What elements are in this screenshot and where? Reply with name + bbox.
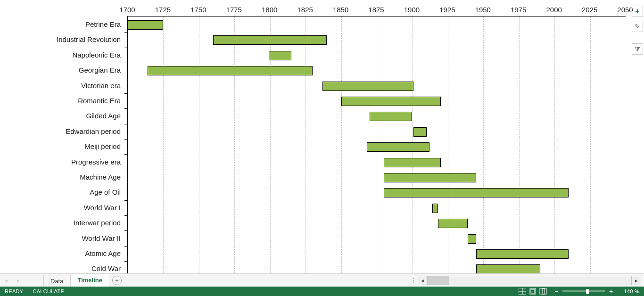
view-normal-button[interactable] bbox=[517, 287, 528, 296]
y-tick bbox=[124, 154, 127, 155]
y-tick bbox=[124, 63, 127, 63]
bar[interactable] bbox=[384, 188, 569, 197]
bar[interactable] bbox=[438, 219, 468, 228]
x-tick: 1950 bbox=[475, 6, 491, 14]
view-page-layout-button[interactable] bbox=[528, 287, 538, 296]
plot-area[interactable] bbox=[127, 16, 626, 274]
bar[interactable] bbox=[148, 66, 313, 75]
x-tick: 1825 bbox=[297, 6, 313, 14]
y-tick bbox=[124, 185, 127, 185]
add-sheet-button[interactable]: + bbox=[109, 274, 124, 287]
bar[interactable] bbox=[128, 20, 163, 30]
bar[interactable] bbox=[413, 127, 426, 137]
category-label: Gilded Age bbox=[3, 112, 121, 120]
x-tick: 2000 bbox=[546, 6, 561, 14]
zoom-thumb[interactable] bbox=[586, 289, 589, 294]
x-tick: 1700 bbox=[119, 6, 135, 14]
scroll-track[interactable] bbox=[427, 276, 632, 285]
status-calculate[interactable]: CALCULATE bbox=[28, 288, 69, 294]
category-label: Edwardian period bbox=[3, 127, 121, 135]
sheet-tab-data[interactable]: Data bbox=[43, 275, 70, 288]
gridline bbox=[554, 16, 555, 274]
gridline bbox=[519, 16, 520, 274]
bar[interactable] bbox=[468, 234, 476, 244]
horizontal-scrollbar[interactable]: ⋮ ◄ ► bbox=[410, 274, 644, 287]
category-label: Romantic Era bbox=[3, 97, 121, 105]
category-label: World War I bbox=[3, 204, 121, 212]
y-tick bbox=[124, 93, 127, 94]
zoom-control[interactable]: − + bbox=[548, 288, 619, 295]
grid-icon bbox=[519, 288, 526, 295]
filter-icon: ⧩ bbox=[635, 45, 640, 53]
svg-rect-4 bbox=[531, 289, 535, 293]
gridline bbox=[590, 16, 591, 274]
category-label: Petrine Era bbox=[3, 20, 121, 28]
x-tick: 1800 bbox=[262, 6, 277, 14]
sheet-tab-row: ◄ ► DataTimeline + ⋮ ◄ ► bbox=[0, 273, 644, 287]
x-tick: 2050 bbox=[617, 6, 633, 14]
bar[interactable] bbox=[213, 35, 327, 45]
zoom-label[interactable]: 140 % bbox=[619, 288, 644, 294]
view-page-break-button[interactable] bbox=[538, 287, 548, 296]
y-tick bbox=[124, 32, 127, 33]
category-label: Napoleonic Era bbox=[3, 51, 121, 59]
sheet-tab-timeline[interactable]: Timeline bbox=[70, 274, 109, 288]
zoom-out-button[interactable]: − bbox=[553, 288, 560, 295]
x-tick: 1850 bbox=[333, 6, 348, 14]
status-bar: READY CALCULATE − + 140 % bbox=[0, 287, 644, 296]
gridline bbox=[305, 16, 306, 274]
zoom-in-button[interactable]: + bbox=[608, 288, 614, 295]
y-tick bbox=[124, 108, 127, 109]
bar[interactable] bbox=[322, 82, 413, 91]
bar[interactable] bbox=[341, 97, 441, 106]
svg-rect-5 bbox=[540, 288, 545, 294]
bar[interactable] bbox=[384, 173, 476, 182]
category-label: Meiji period bbox=[3, 142, 121, 150]
y-axis-labels: Petrine EraIndustrial RevolutionNapoleon… bbox=[0, 16, 127, 273]
bar[interactable] bbox=[367, 142, 429, 152]
chart-filter-button[interactable]: ⧩ bbox=[632, 43, 643, 55]
x-tick: 1975 bbox=[511, 6, 526, 14]
gridline bbox=[234, 16, 235, 274]
gridline bbox=[448, 16, 448, 274]
scroll-left-button[interactable]: ◄ bbox=[418, 276, 427, 285]
bar[interactable] bbox=[432, 204, 438, 213]
scroll-thumb[interactable] bbox=[428, 276, 449, 285]
tab-nav-prev[interactable]: ◄ bbox=[0, 274, 12, 287]
page-icon bbox=[529, 288, 537, 295]
y-tick bbox=[124, 48, 127, 48]
chart-area[interactable]: + ✎ ⧩ 1700172517501775180018251850187519… bbox=[0, 0, 644, 273]
gridline bbox=[341, 16, 342, 274]
scrollbar-grip-icon: ⋮ bbox=[410, 277, 417, 284]
y-tick bbox=[124, 139, 127, 140]
category-label: Age of Oil bbox=[3, 188, 121, 196]
y-tick bbox=[124, 78, 127, 78]
zoom-slider[interactable] bbox=[562, 290, 605, 292]
category-label: Machine Age bbox=[3, 173, 121, 181]
chart-styles-button[interactable]: ✎ bbox=[632, 21, 643, 32]
category-label: Victorian era bbox=[3, 82, 121, 90]
x-tick: 1900 bbox=[404, 6, 420, 14]
bar[interactable] bbox=[269, 51, 291, 60]
y-tick bbox=[124, 170, 127, 170]
y-tick bbox=[124, 124, 127, 124]
category-label: Industrial Revolution bbox=[3, 35, 121, 43]
tab-nav-next[interactable]: ► bbox=[12, 274, 25, 287]
bar[interactable] bbox=[476, 264, 540, 274]
y-tick bbox=[124, 200, 127, 201]
bar[interactable] bbox=[370, 112, 413, 121]
y-tick bbox=[124, 230, 127, 231]
bar[interactable] bbox=[384, 158, 441, 167]
x-tick: 1775 bbox=[226, 6, 242, 14]
category-label: Atomic Age bbox=[3, 249, 121, 257]
bar[interactable] bbox=[476, 249, 569, 259]
x-tick: 1725 bbox=[155, 6, 171, 14]
scroll-right-button[interactable]: ► bbox=[632, 276, 641, 285]
status-ready: READY bbox=[0, 288, 28, 294]
category-label: World War II bbox=[3, 234, 121, 242]
y-tick bbox=[124, 261, 127, 262]
y-tick bbox=[124, 215, 127, 216]
x-tick: 1925 bbox=[439, 6, 455, 14]
chart-elements-button[interactable]: + bbox=[632, 6, 643, 17]
x-tick: 2025 bbox=[582, 6, 597, 14]
